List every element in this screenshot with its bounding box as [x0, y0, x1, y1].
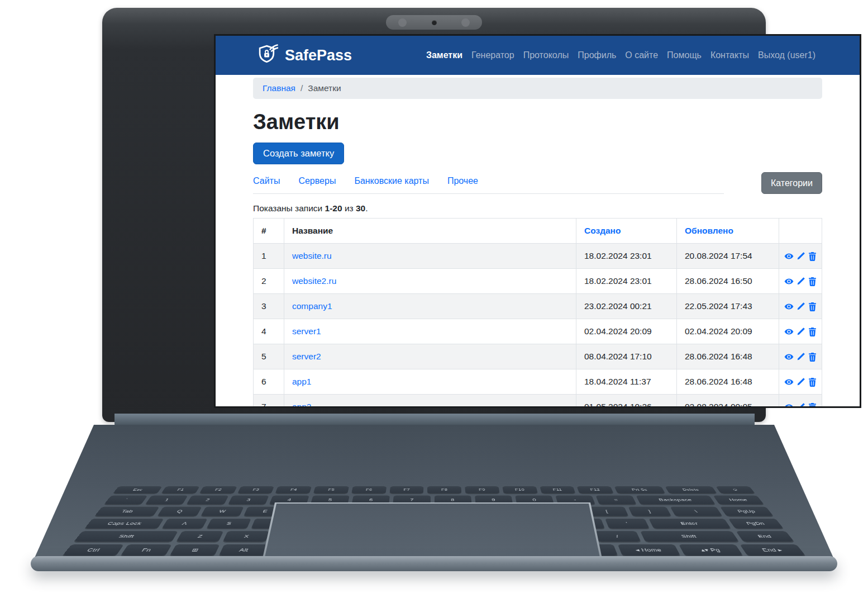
webcam-lens — [432, 20, 437, 25]
results-range: 1-20 — [325, 203, 342, 213]
table-row: 7app201.05.2024 10:2602.08.2024 00:05 — [254, 395, 822, 407]
view-icon[interactable] — [784, 302, 794, 311]
keyboard-key: PgUp — [720, 506, 774, 516]
edit-icon[interactable] — [796, 352, 805, 362]
delete-icon[interactable] — [808, 277, 817, 286]
keyboard-key: = — [595, 495, 636, 504]
nav-item-7[interactable]: Контакты — [710, 50, 749, 60]
tab-4[interactable]: Прочее — [447, 176, 478, 186]
note-name-link[interactable]: server1 — [292, 326, 321, 336]
tab-3[interactable]: Банковские карты — [354, 176, 429, 186]
laptop-screen: SafePass ЗаметкиГенераторПротоколыПрофил… — [216, 36, 860, 406]
keyboard-key: ⊞ — [170, 544, 220, 556]
breadcrumb: Главная / Заметки — [253, 78, 822, 99]
nav-item-3[interactable]: Протоколы — [523, 50, 569, 60]
create-note-button[interactable]: Создать заметку — [253, 143, 344, 164]
page-content: Главная / Заметки Заметки Создать заметк… — [216, 78, 860, 406]
notes-table: # Название Создано Обновлено 1website.ru… — [253, 218, 822, 406]
nav-item-6[interactable]: Помощь — [667, 50, 702, 60]
row-updated: 02.04.2024 20:09 — [677, 319, 779, 344]
row-updated: 28.06.2024 16:48 — [677, 369, 779, 395]
row-created: 23.02.2024 00:21 — [576, 294, 677, 319]
edit-icon[interactable] — [796, 327, 805, 336]
keyboard-key: ] — [628, 506, 671, 516]
keyboard-key: Ctrl — [63, 544, 124, 556]
row-updated: 02.08.2024 00:05 — [677, 395, 779, 407]
touchpad-surface — [263, 502, 602, 558]
keyboard-key: Alt — [219, 544, 268, 556]
delete-icon[interactable] — [808, 352, 817, 362]
row-updated: 28.06.2024 16:50 — [677, 269, 779, 294]
breadcrumb-home-link[interactable]: Главная — [263, 83, 295, 93]
row-updated: 28.06.2024 16:48 — [677, 344, 779, 369]
keyboard-key: Shift — [74, 531, 178, 542]
table-row: 5server208.04.2024 17:1028.06.2024 16:48 — [254, 344, 822, 369]
laptop-front-edge — [31, 556, 837, 571]
table-header-row: # Название Создано Обновлено — [254, 219, 822, 244]
edit-icon[interactable] — [796, 302, 805, 311]
edit-icon[interactable] — [796, 252, 805, 261]
keyboard-key: F5 — [313, 486, 349, 494]
nav-item-4[interactable]: Профиль — [578, 50, 616, 60]
row-updated: 22.05.2024 17:43 — [677, 294, 779, 319]
keyboard-key: Shift — [640, 531, 739, 542]
keyboard-key: End — [736, 531, 794, 542]
delete-icon[interactable] — [808, 327, 817, 336]
nav-item-2[interactable]: Генератор — [471, 50, 514, 60]
keyboard-key: F1 — [161, 486, 200, 494]
keyboard-key: F3 — [237, 486, 274, 494]
note-name-link[interactable]: website.ru — [292, 251, 332, 260]
category-tabs: СайтыСерверыБанковские картыПрочее — [253, 176, 724, 194]
table-row: 6app118.04.2024 11:3728.06.2024 16:48 — [254, 369, 822, 395]
edit-icon[interactable] — [796, 402, 805, 406]
note-name-link[interactable]: company1 — [292, 301, 332, 311]
page-title: Заметки — [253, 110, 822, 134]
note-name-link[interactable]: app1 — [292, 377, 311, 386]
nav-item-5[interactable]: О сайте — [625, 50, 658, 60]
view-icon[interactable] — [784, 252, 794, 261]
keyboard-key: F11 — [540, 486, 576, 494]
view-icon[interactable] — [784, 402, 794, 406]
view-icon[interactable] — [784, 377, 794, 387]
results-suffix: . — [365, 203, 368, 213]
safepass-shield-logo-icon — [257, 44, 278, 67]
results-middle: из — [342, 203, 356, 213]
delete-icon[interactable] — [808, 402, 817, 406]
delete-icon[interactable] — [808, 252, 817, 261]
table-row: 2website2.ru18.02.2024 23:0128.06.2024 1… — [254, 269, 822, 294]
nav-item-1[interactable]: Заметки — [426, 50, 462, 60]
col-header-created-sort[interactable]: Создано — [576, 219, 677, 244]
note-name-link[interactable]: website2.ru — [292, 276, 336, 286]
keyboard-key: F9 — [465, 486, 499, 494]
nav-item-8[interactable]: Выход (user1) — [758, 50, 815, 60]
col-header-updated-sort[interactable]: Обновлено — [677, 219, 779, 244]
tab-2[interactable]: Серверы — [298, 176, 336, 186]
edit-icon[interactable] — [796, 277, 805, 286]
brand[interactable]: SafePass — [257, 44, 352, 67]
col-header-name: Название — [284, 219, 576, 244]
webcam-sensor-dot — [461, 18, 470, 27]
note-name-link[interactable]: server2 — [292, 352, 321, 361]
keyboard-key: F10 — [502, 486, 537, 494]
view-icon[interactable] — [784, 352, 794, 362]
results-prefix: Показаны записи — [253, 203, 325, 213]
row-created: 18.04.2024 11:37 — [576, 369, 677, 395]
keyboard-key: Backspace — [636, 495, 716, 504]
keyboard-key: 3 — [228, 495, 269, 504]
note-name-link[interactable]: app2 — [292, 402, 311, 406]
edit-icon[interactable] — [796, 377, 805, 387]
table-row: 4server102.04.2024 20:0902.04.2024 20:09 — [254, 319, 822, 344]
keyboard-key: Fn — [121, 544, 172, 556]
categories-button[interactable]: Категории — [761, 172, 822, 194]
table-body: 1website.ru18.02.2024 23:0120.08.2024 17… — [254, 244, 822, 407]
keyboard-key: Delete — [665, 486, 717, 494]
view-icon[interactable] — [784, 277, 794, 286]
keyboard-key: / — [594, 531, 641, 542]
delete-icon[interactable] — [808, 302, 817, 311]
keyboard-key: Prt Sc — [614, 486, 665, 494]
keyboard-key: Esc — [113, 486, 163, 494]
delete-icon[interactable] — [808, 377, 817, 387]
row-index: 1 — [254, 244, 284, 269]
view-icon[interactable] — [784, 327, 794, 336]
tab-1[interactable]: Сайты — [253, 176, 280, 186]
